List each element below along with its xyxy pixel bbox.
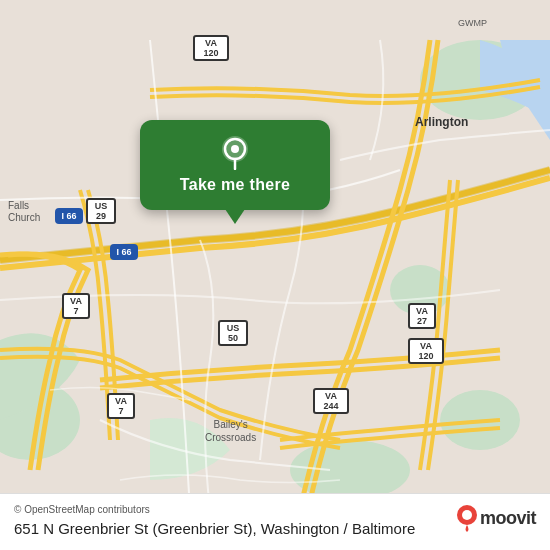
i66-center-badge: I 66 <box>110 244 138 260</box>
moovit-logo: moovit <box>456 504 536 532</box>
moovit-text: moovit <box>480 508 536 529</box>
us29-badge: US29 <box>86 198 116 224</box>
bottom-bar: © OpenStreetMap contributors 651 N Green… <box>0 493 550 551</box>
va120-top-badge: VA120 <box>193 35 229 61</box>
va120-right-badge: VA120 <box>408 338 444 364</box>
va7-bottom-badge: VA7 <box>107 393 135 419</box>
va244-badge: VA244 <box>313 388 349 414</box>
map-container: Arlington FallsChurch GWMP Bailey'sCross… <box>0 0 550 550</box>
map-background <box>0 0 550 550</box>
falls-church-label: FallsChurch <box>8 200 40 224</box>
va27-badge: VA27 <box>408 303 436 329</box>
svg-point-8 <box>231 145 239 153</box>
callout-popup[interactable]: Take me there <box>140 120 330 235</box>
moovit-pin-icon <box>456 504 478 532</box>
svg-point-10 <box>462 510 472 520</box>
location-pin-icon <box>221 136 249 170</box>
gwmp-label: GWMP <box>458 18 487 28</box>
baileys-crossroads-label: Bailey'sCrossroads <box>205 418 256 444</box>
callout-bubble[interactable]: Take me there <box>140 120 330 210</box>
us50-badge: US50 <box>218 320 248 346</box>
i66-left-badge: I 66 <box>55 208 83 224</box>
take-me-there-button[interactable]: Take me there <box>180 176 290 194</box>
arlington-label: Arlington <box>415 115 468 129</box>
va7-left-badge: VA7 <box>62 293 90 319</box>
